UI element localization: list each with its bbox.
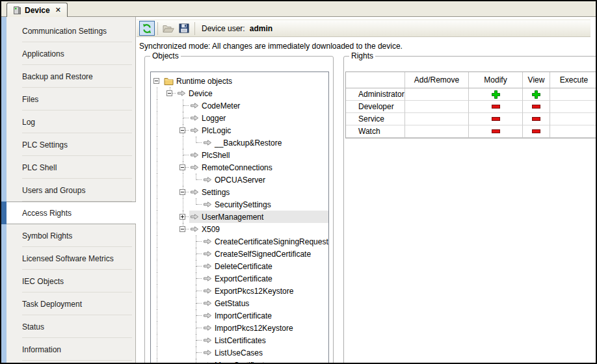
rights-cell-service-modify[interactable] (469, 113, 523, 125)
tree-node-settings[interactable]: Settings (151, 186, 328, 198)
tree-node-movecertificate[interactable]: MoveCertificate (151, 359, 328, 363)
sidebar-item-log[interactable]: Log (1, 110, 135, 133)
tree-guide-line (157, 285, 157, 297)
rights-cell-administrator-view[interactable] (523, 88, 550, 101)
sidebar-item-iec-objects[interactable]: IEC Objects (1, 270, 135, 292)
tree-node-runtime-objects[interactable]: Runtime objects (151, 75, 328, 87)
objects-tree[interactable]: Runtime objectsDeviceCodeMeterLoggerPlcL… (150, 72, 329, 363)
sidebar-item-status[interactable]: Status (1, 315, 135, 338)
rights-cell-developer-add-remove[interactable] (405, 101, 469, 113)
tree-node-createcertificatesigningrequest[interactable]: CreateCertificateSigningRequest (151, 235, 328, 248)
sidebar-item-licensed-software-metrics[interactable]: Licensed Software Metrics (1, 247, 135, 270)
sidebar-item-task-deployment[interactable]: Task Deployment (1, 292, 135, 315)
tree-collapse-icon[interactable] (153, 78, 159, 84)
import-users-button[interactable] (161, 21, 176, 36)
sidebar-item-label: Information (22, 345, 61, 354)
save-floppy-icon (179, 23, 189, 33)
tree-node-backup-restore[interactable]: __Backup&Restore (151, 136, 328, 149)
sidebar-item-information[interactable]: Information (1, 338, 135, 361)
sidebar-item-backup-and-restore[interactable]: Backup and Restore (1, 65, 135, 88)
close-icon[interactable]: ✕ (55, 6, 61, 14)
tree-node-exportcertificate[interactable]: ExportCertificate (151, 272, 328, 285)
tree-guide-stub (196, 278, 202, 279)
tree-node-x509[interactable]: X509 (151, 223, 328, 235)
tree-collapse-icon[interactable] (179, 189, 185, 195)
tree-guide-line (196, 241, 196, 248)
tree-node-opcuaserver[interactable]: OPCUAServer (151, 174, 328, 186)
tree-guide-line (157, 248, 157, 260)
arrow-icon (190, 114, 199, 122)
editor-main: Device user: admin Synchronized mode: Al… (136, 17, 596, 363)
rights-cell-administrator-add-remove[interactable] (405, 88, 469, 101)
sidebar-item-symbol-rights[interactable]: Symbol Rights (1, 224, 135, 247)
rights-header-execute: Execute (550, 72, 596, 88)
denied-minus-icon (532, 105, 540, 109)
rights-cell-administrator-modify[interactable] (469, 88, 523, 101)
tree-guide-line (157, 272, 157, 285)
rights-table: Add/RemoveModifyViewExecuteAdministrator… (345, 72, 596, 138)
sidebar-item-users-and-groups[interactable]: Users and Groups (1, 179, 135, 202)
sidebar-item-plc-shell[interactable]: PLC Shell (1, 156, 135, 179)
rights-cell-watch-modify[interactable] (469, 125, 523, 138)
objects-groupbox: Objects Runtime objectsDeviceCodeMeterLo… (144, 51, 334, 363)
rights-cell-watch-add-remove[interactable] (405, 125, 469, 138)
tree-node-label: DeleteCertificate (215, 262, 272, 271)
rights-cell-service-view[interactable] (523, 113, 550, 125)
tree-guide-line (183, 105, 183, 112)
rights-cell-watch-execute[interactable] (550, 125, 596, 138)
tree-node-plclogic[interactable]: PlcLogic (151, 124, 328, 136)
rights-cell-administrator-execute[interactable] (550, 88, 596, 101)
sidebar-item-label: Log (22, 118, 35, 127)
sidebar-item-label: Task Deployment (22, 300, 82, 309)
tree-node-usermanagement[interactable]: UserManagement (151, 211, 328, 223)
tree-node-listusecases[interactable]: ListUseCases (151, 346, 328, 359)
tree-guide-stub (196, 241, 202, 242)
tree-collapse-icon[interactable] (166, 90, 172, 96)
tree-node-createselfsignedcertificate[interactable]: CreateSelfSignedCertificate (151, 248, 328, 260)
tree-node-importcertificate[interactable]: ImportCertificate (151, 309, 328, 322)
tree-node-label: ExportPkcs12Keystore (215, 287, 293, 296)
tree-guide-line (157, 211, 157, 223)
sidebar-item-communication-settings[interactable]: Communication Settings (1, 20, 135, 42)
tree-collapse-icon[interactable] (179, 127, 185, 133)
denied-minus-icon (532, 117, 540, 121)
tree-node-codemeter[interactable]: CodeMeter (151, 99, 328, 112)
tree-node-label: UserManagement (202, 213, 263, 222)
sidebar-item-plc-settings[interactable]: PLC Settings (1, 133, 135, 156)
tree-node-remoteconnections[interactable]: RemoteConnections (151, 161, 328, 174)
rights-cell-service-add-remove[interactable] (405, 113, 469, 125)
refresh-sync-button[interactable] (139, 21, 155, 36)
tree-node-importpkcs12keystore[interactable]: ImportPkcs12Keystore (151, 322, 328, 334)
rights-cell-developer-execute[interactable] (550, 101, 596, 113)
sidebar-item-files[interactable]: Files (1, 88, 135, 110)
arrow-icon (203, 176, 212, 183)
tree-node-securitysettings[interactable]: SecuritySettings (151, 198, 328, 211)
arrow-icon (190, 164, 199, 171)
tree-node-label: ImportCertificate (215, 311, 272, 320)
tab-device[interactable]: Device ✕ (7, 3, 68, 17)
tree-guide-line (183, 136, 183, 149)
sidebar-item-applications[interactable]: Applications (1, 42, 135, 65)
tree-node-label: CreateSelfSignedCertificate (215, 250, 311, 259)
arrow-icon (203, 324, 212, 332)
tree-node-label: Device (189, 89, 213, 98)
tree-node-device[interactable]: Device (151, 87, 328, 99)
tree-collapse-icon[interactable] (179, 226, 185, 232)
sidebar-item-label: Communication Settings (22, 27, 107, 36)
tree-node-logger[interactable]: Logger (151, 112, 328, 124)
rights-cell-developer-view[interactable] (523, 101, 550, 113)
rights-cell-watch-view[interactable] (523, 125, 550, 138)
tree-node-getstatus[interactable]: GetStatus (151, 297, 328, 309)
tree-guide-line (183, 198, 183, 211)
tree-node-exportpkcs12keystore[interactable]: ExportPkcs12Keystore (151, 285, 328, 297)
tree-node-plcshell[interactable]: PlcShell (151, 149, 328, 161)
tree-node-listcertificates[interactable]: ListCertificates (151, 334, 328, 346)
device-user-value: admin (250, 24, 272, 33)
save-button[interactable] (176, 21, 192, 36)
sidebar-item-access-rights[interactable]: Access Rights (1, 202, 136, 224)
rights-cell-developer-modify[interactable] (469, 101, 523, 113)
tree-node-deletecertificate[interactable]: DeleteCertificate (151, 260, 328, 272)
tree-collapse-icon[interactable] (179, 164, 185, 170)
tree-expand-icon[interactable] (179, 214, 185, 220)
rights-cell-service-execute[interactable] (550, 113, 596, 125)
